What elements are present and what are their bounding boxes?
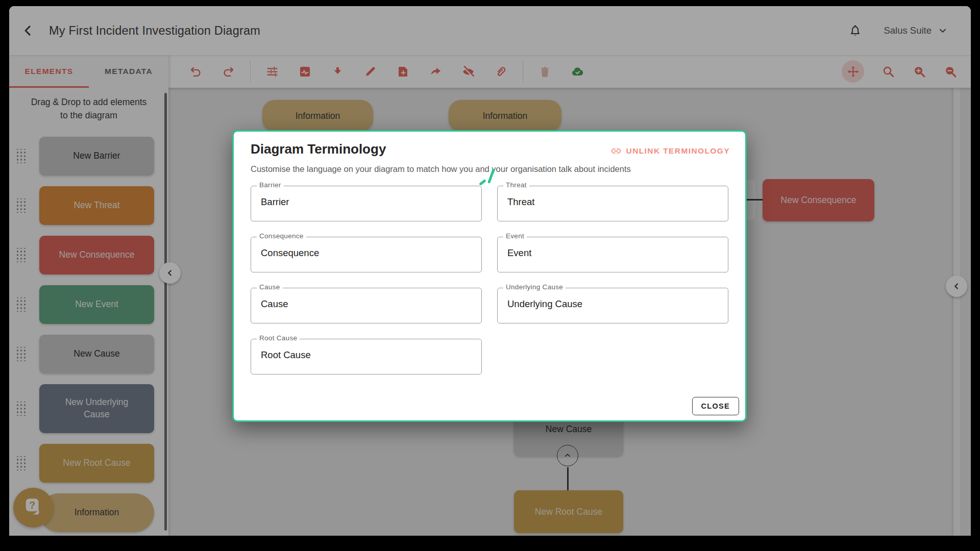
field-input-consequence[interactable]	[260, 247, 472, 259]
terminology-field-event: Event	[497, 237, 728, 272]
field-label: Event	[503, 232, 527, 240]
field-label: Barrier	[257, 181, 284, 189]
field-input-cause[interactable]	[260, 298, 472, 310]
terminology-field-underlying-cause: Underlying Cause	[497, 288, 728, 323]
dialog-subtitle: Customise the language on your diagram t…	[251, 164, 631, 174]
app-window: InformationInformationNew ConsequenceNew…	[9, 6, 971, 536]
field-input-root-cause[interactable]	[260, 349, 472, 361]
field-label: Underlying Cause	[503, 283, 566, 291]
field-label: Consequence	[257, 232, 306, 240]
terminology-field-cause: Cause	[251, 288, 482, 323]
terminology-field-barrier: Barrier	[251, 186, 482, 221]
unlink-label: UNLINK TERMINOLOGY	[626, 146, 730, 156]
field-input-threat[interactable]	[506, 196, 718, 208]
unlink-terminology-button[interactable]: UNLINK TERMINOLOGY	[610, 145, 730, 157]
link-icon	[610, 145, 622, 157]
field-label: Cause	[257, 283, 283, 291]
terminology-field-root-cause: Root Cause	[251, 339, 482, 374]
field-label: Threat	[503, 181, 529, 189]
close-button[interactable]: CLOSE	[692, 397, 739, 415]
field-input-event[interactable]	[506, 247, 718, 259]
dialog-title: Diagram Terminology	[251, 141, 386, 157]
terminology-field-consequence: Consequence	[251, 237, 482, 272]
diagram-terminology-dialog: Diagram Terminology UNLINK TERMINOLOGY C…	[232, 130, 747, 422]
screen: { "topbar": { "title": "My First Inciden…	[0, 0, 980, 551]
terminology-field-threat: Threat	[497, 186, 728, 221]
field-input-underlying-cause[interactable]	[506, 298, 718, 310]
field-label: Root Cause	[257, 334, 300, 342]
field-input-barrier[interactable]	[260, 196, 472, 208]
